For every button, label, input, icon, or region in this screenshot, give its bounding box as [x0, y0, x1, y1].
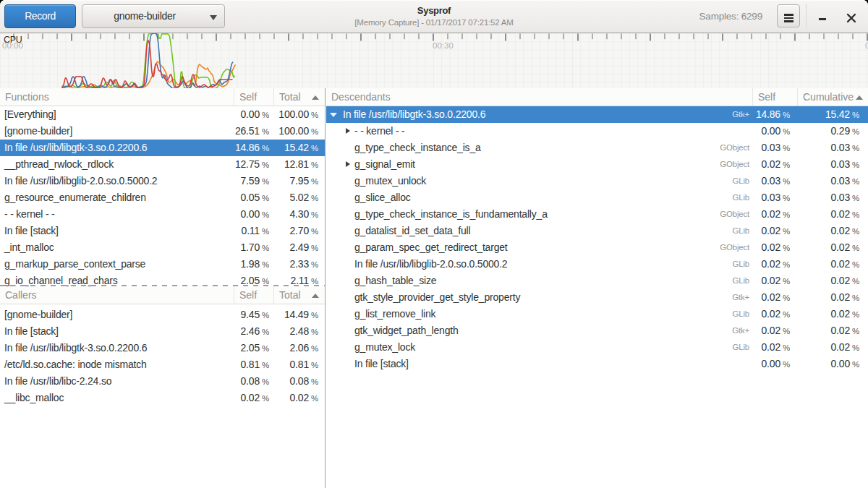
svg-text:00:00: 00:00 [2, 41, 23, 50]
svg-text:00:30: 00:30 [433, 41, 454, 50]
svg-text:01:00: 01:00 [865, 41, 868, 50]
